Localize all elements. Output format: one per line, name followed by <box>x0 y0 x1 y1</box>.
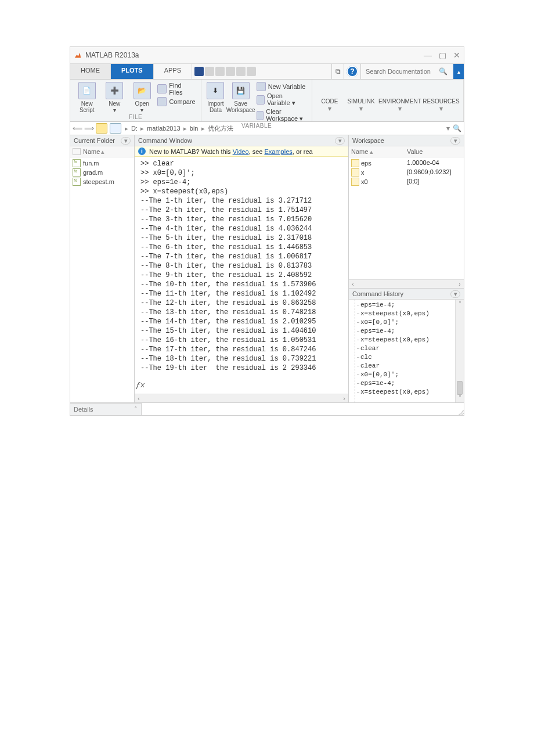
mfile-icon <box>73 168 81 177</box>
minimize-toolstrip-button[interactable]: ▴ <box>453 64 464 79</box>
ws-value-col[interactable]: Value <box>407 148 423 155</box>
history-item[interactable]: x0=[0,0]'; <box>351 318 461 327</box>
new-script-button[interactable]: 📄 New Script <box>75 82 99 113</box>
find-files-button[interactable]: Find Files <box>157 82 196 96</box>
qat-save-icon[interactable] <box>194 67 204 76</box>
tab-plots[interactable]: PLOTS <box>111 64 154 79</box>
environment-group[interactable]: ENVIRONMENT ▾ <box>380 82 420 113</box>
new-variable-icon <box>257 82 266 91</box>
qat-redo-icon[interactable] <box>247 67 256 76</box>
workspace-hscroll[interactable]: ‹ › <box>349 279 464 288</box>
variable-icon <box>351 159 359 167</box>
file-item[interactable]: grad.m <box>70 168 134 177</box>
save-workspace-icon: 💾 <box>232 82 250 99</box>
new-variable-button[interactable]: New Variable <box>257 82 307 91</box>
video-link[interactable]: Video <box>233 148 249 155</box>
history-item[interactable]: clear <box>351 362 461 370</box>
new-button[interactable]: ➕ New▾ <box>102 82 126 113</box>
close-button[interactable]: ✕ <box>453 51 460 60</box>
workspace-menu[interactable]: ▾ <box>450 137 460 145</box>
qat-undo-icon[interactable] <box>236 67 246 76</box>
command-window-title: Command Window <box>138 137 192 144</box>
save-workspace-button[interactable]: 💾 Save Workspace <box>229 82 253 113</box>
tab-apps[interactable]: APPS <box>154 64 192 79</box>
main-panels: Current Folder ▾ Name ▴ fun.m grad.m <box>70 135 464 403</box>
find-files-icon <box>157 84 167 93</box>
history-item[interactable]: x0=[0,0]'; <box>351 370 461 379</box>
command-window-menu[interactable]: ▾ <box>335 137 345 145</box>
forward-button[interactable]: ⟹ <box>84 124 93 133</box>
mfile-icon <box>73 178 81 186</box>
compare-button[interactable]: Compare <box>157 97 196 106</box>
history-item[interactable]: eps=1e-4; <box>351 379 461 388</box>
history-item[interactable]: x=steepest(x0,eps) <box>351 336 461 344</box>
scroll-left-icon[interactable]: ‹ <box>349 280 357 288</box>
open-folder-icon: 📂 <box>134 82 151 99</box>
ribbon-group-rest: CODE ▾ SIMULINK ▾ ENVIRONMENT ▾ RESOURCE… <box>312 80 464 121</box>
tab-home[interactable]: HOME <box>70 64 111 79</box>
workspace-title: Workspace <box>352 137 384 144</box>
history-item[interactable]: eps=1e-4; <box>351 327 461 336</box>
name-column-header[interactable]: Name <box>83 148 100 155</box>
search-icon[interactable]: 🔍 <box>439 67 448 75</box>
scroll-left-icon[interactable]: ‹ <box>135 394 143 402</box>
search-documentation[interactable]: 🔍 <box>360 64 453 79</box>
open-variable-button[interactable]: Open Variable ▾ <box>257 92 307 107</box>
scroll-right-icon[interactable]: › <box>456 280 464 288</box>
path-dropdown[interactable]: ▾ <box>446 124 450 132</box>
file-icon-header <box>73 148 81 155</box>
code-group[interactable]: CODE ▾ <box>317 82 342 113</box>
command-window-console[interactable]: >> clear >> x0=[0,0]'; >> eps=1e-4; >> x… <box>135 157 348 394</box>
examples-link[interactable]: Examples <box>265 148 293 155</box>
variable-icon <box>351 178 359 186</box>
workspace-var-row[interactable]: x [0.9609;0.9232] <box>349 168 464 177</box>
workspace-var-row[interactable]: x0 [0;0] <box>349 177 464 186</box>
import-data-button[interactable]: ⬇ Import Data <box>206 82 225 113</box>
command-history-title: Command History <box>352 290 403 297</box>
layout-out-icon[interactable]: ⧉ <box>331 64 344 79</box>
resize-grip[interactable] <box>457 408 464 415</box>
command-window-hscroll[interactable]: ‹ › <box>135 394 348 402</box>
chevron-up-icon: ˄ <box>134 406 138 413</box>
open-button[interactable]: 📂 Open▾ <box>130 82 154 113</box>
help-button[interactable]: ? <box>347 66 358 77</box>
workspace-var-row[interactable]: eps 1.0000e-04 <box>349 159 464 168</box>
maximize-button[interactable]: ▢ <box>439 51 446 60</box>
history-item[interactable]: x=steepest(x0,eps) <box>351 388 461 397</box>
simulink-group[interactable]: SIMULINK ▾ <box>346 82 376 113</box>
browse-folder-icon[interactable] <box>110 123 121 134</box>
history-item[interactable]: eps=1e-4; <box>351 301 461 309</box>
back-button[interactable]: ⟸ <box>73 124 82 133</box>
qat-cut-icon[interactable] <box>205 67 214 76</box>
history-item[interactable]: x=steepest(x0,eps) <box>351 309 461 318</box>
current-folder-menu[interactable]: ▾ <box>121 137 131 145</box>
path-search-icon[interactable]: 🔍 <box>452 124 461 132</box>
toolstrip-tabs: HOME PLOTS APPS ⧉ ? 🔍 ▴ <box>70 64 464 80</box>
clear-workspace-button[interactable]: Clear Workspace ▾ <box>257 108 307 123</box>
file-item[interactable]: fun.m <box>70 159 134 168</box>
command-history-menu[interactable]: ▾ <box>450 290 460 298</box>
command-history-body: ˄ ˅ eps=1e-4;x=steepest(x0,eps)x0=[0,0]'… <box>349 300 464 402</box>
search-input[interactable] <box>365 67 436 75</box>
ribbon-group-variable: ⬇ Import Data 💾 Save Workspace New Varia… <box>201 80 312 121</box>
ws-name-col[interactable]: Name <box>351 148 368 155</box>
history-item[interactable]: clear <box>351 344 461 353</box>
app-window: MATLAB R2013a — ▢ ✕ HOME PLOTS APPS ⧉ ? … <box>70 46 464 416</box>
command-history-panel: Command History ▾ ˄ ˅ eps=1e-4;x=steepes… <box>349 288 464 402</box>
minimize-button[interactable]: — <box>424 51 432 60</box>
file-list: fun.m grad.m steepest.m <box>70 157 134 188</box>
up-folder-icon[interactable] <box>96 123 107 134</box>
workspace-header: Name ▴ Value <box>349 146 464 157</box>
qat-paste-icon[interactable] <box>226 67 235 76</box>
details-panel-header[interactable]: Details ˄ <box>70 403 142 415</box>
current-folder-title: Current Folder <box>74 137 115 144</box>
fx-prompt-icon[interactable]: ƒx <box>136 381 145 390</box>
new-plus-icon: ➕ <box>106 82 123 99</box>
file-item[interactable]: steepest.m <box>70 177 134 186</box>
scroll-right-icon[interactable]: › <box>340 394 348 402</box>
right-column: Workspace ▾ Name ▴ Value eps 1.0000e-04 … <box>349 135 464 402</box>
qat-copy-icon[interactable] <box>215 67 225 76</box>
resources-group[interactable]: RESOURCES ▾ <box>424 82 459 113</box>
title-bar: MATLAB R2013a — ▢ ✕ <box>70 47 464 64</box>
history-item[interactable]: clc <box>351 353 461 362</box>
